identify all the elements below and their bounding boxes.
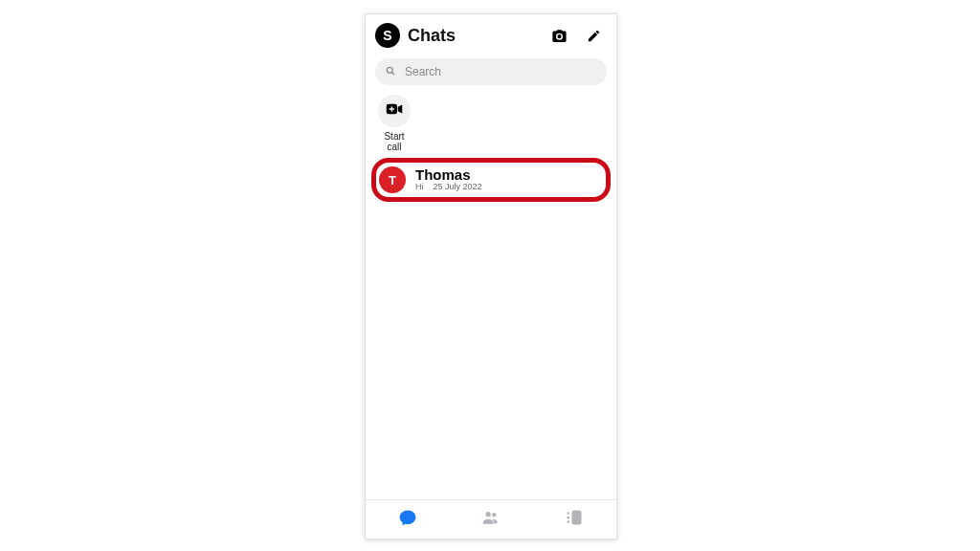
chat-meta: Thomas Hi 25 July 2022: [415, 167, 482, 192]
bottom-nav: [366, 499, 616, 539]
nav-stories[interactable]: [546, 505, 603, 534]
start-call-label: Start call: [384, 131, 404, 152]
chat-list: T Thomas Hi 25 July 2022: [366, 156, 616, 499]
svg-rect-7: [572, 511, 582, 525]
chat-avatar: T: [379, 166, 406, 193]
svg-rect-8: [568, 512, 570, 515]
camera-button[interactable]: [546, 22, 572, 49]
nav-people[interactable]: [462, 505, 520, 534]
chat-date: 25 July 2022: [434, 183, 482, 192]
video-plus-icon-circle: [378, 95, 411, 127]
svg-rect-9: [568, 517, 570, 519]
svg-line-1: [392, 73, 395, 76]
stories-icon: [565, 508, 584, 531]
svg-rect-10: [568, 520, 570, 523]
camera-icon: [551, 28, 568, 44]
page-title: Chats: [408, 26, 538, 46]
avatar-initial: S: [383, 28, 391, 43]
chat-name: Thomas: [415, 167, 482, 184]
people-icon: [480, 508, 501, 531]
header: S Chats: [366, 14, 616, 55]
svg-point-0: [387, 67, 392, 73]
svg-rect-4: [391, 106, 393, 111]
profile-avatar[interactable]: S: [375, 23, 400, 48]
chat-bubble-icon: [398, 508, 417, 531]
svg-point-5: [485, 512, 490, 517]
start-call-button[interactable]: Start call: [375, 95, 413, 152]
app-window: S Chats Start call: [365, 13, 617, 540]
video-plus-icon: [386, 102, 403, 120]
compose-button[interactable]: [580, 22, 607, 49]
search-input[interactable]: [403, 64, 597, 79]
svg-point-6: [492, 513, 496, 517]
search-bar[interactable]: [375, 58, 607, 85]
pencil-icon: [587, 29, 601, 43]
nav-chats[interactable]: [379, 505, 436, 534]
chat-avatar-initial: T: [389, 173, 396, 187]
chat-preview: Hi: [415, 183, 424, 192]
search-icon: [385, 63, 396, 80]
chat-row-thomas[interactable]: T Thomas Hi 25 July 2022: [373, 160, 609, 200]
shortcuts-row: Start call: [366, 95, 616, 156]
